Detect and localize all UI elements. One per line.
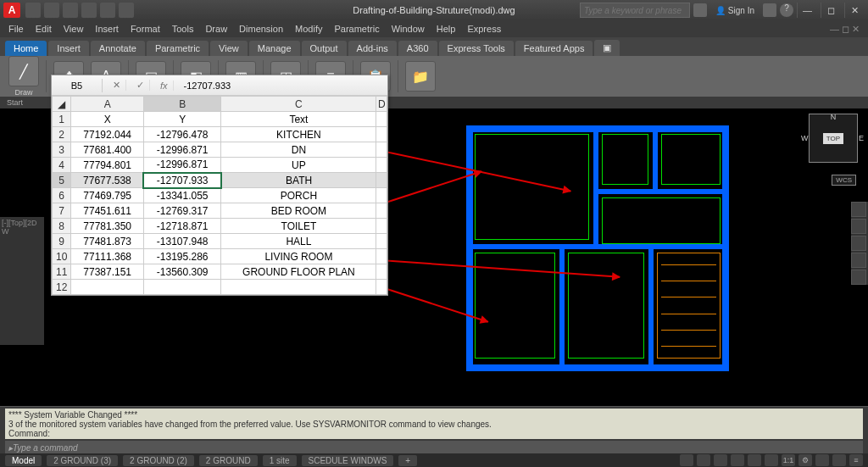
menu-dimension[interactable]: Dimension <box>239 24 283 34</box>
col-d[interactable]: D <box>376 97 387 112</box>
nav-showmotion-icon[interactable] <box>851 270 866 285</box>
settings-icon[interactable]: ⚙ <box>798 454 812 466</box>
infocenter-icon[interactable] <box>693 3 707 17</box>
base-icon[interactable]: 📁 <box>405 61 436 92</box>
cancel-icon[interactable]: ✕ <box>108 80 126 91</box>
command-window: **** System Variable Changed **** 3 of t… <box>0 406 868 453</box>
start-tab[interactable]: Start <box>7 98 23 107</box>
viewport-label: [-][Top][2D W <box>0 217 44 345</box>
menu-file[interactable]: File <box>8 24 24 34</box>
menu-express[interactable]: Express <box>467 24 501 34</box>
col-c[interactable]: C <box>221 97 376 112</box>
menu-tools[interactable]: Tools <box>172 24 194 34</box>
qat-redo-icon[interactable] <box>100 3 115 18</box>
isolate-icon[interactable] <box>815 454 829 466</box>
nav-orbit-icon[interactable] <box>851 253 866 268</box>
layout-tab[interactable]: 2 GROUND (3) <box>47 455 118 466</box>
menu-insert[interactable]: Insert <box>95 24 119 34</box>
tab-home[interactable]: Home <box>5 41 47 56</box>
nav-pan-icon[interactable] <box>851 219 866 234</box>
model-tab[interactable]: Model <box>5 455 42 466</box>
viewcube[interactable]: TOP N E W <box>809 114 858 163</box>
selected-cell[interactable]: -12707.933 <box>143 173 220 188</box>
tab-output[interactable]: Output <box>302 41 347 56</box>
tab-view[interactable]: View <box>210 41 248 56</box>
statusbar: Model 2 GROUND (3) 2 GROUND (2) 2 GROUND… <box>0 453 868 467</box>
menu-help[interactable]: Help <box>437 24 456 34</box>
select-all-corner[interactable]: ◢ <box>53 97 71 112</box>
nav-zoom-icon[interactable] <box>851 236 866 251</box>
nav-wheel-icon[interactable] <box>851 202 866 217</box>
menu-parametric[interactable]: Parametric <box>334 24 379 34</box>
viewcube-w[interactable]: W <box>801 134 809 142</box>
menu-edit[interactable]: Edit <box>36 24 52 34</box>
zoom-label[interactable]: 1:1 <box>782 454 795 466</box>
layout-tab[interactable]: SCEDULE WINDWS <box>302 455 394 466</box>
menu-collapse-icon[interactable]: — ◻ ✕ <box>830 24 860 35</box>
viewcube-n[interactable]: N <box>831 113 837 121</box>
formula-bar: B5 ✕ ✓ fx -12707.933 <box>52 75 387 96</box>
maximize-button[interactable]: ◻ <box>821 3 841 18</box>
fx-icon[interactable]: fx <box>155 81 174 91</box>
tab-more-icon[interactable]: ▣ <box>594 40 620 56</box>
header-text[interactable]: Text <box>221 112 376 127</box>
layout-tab[interactable]: 2 GROUND <box>199 455 258 466</box>
search-input[interactable] <box>580 3 690 18</box>
menu-format[interactable]: Format <box>131 24 160 34</box>
name-box[interactable]: B5 <box>52 79 103 92</box>
add-layout-button[interactable]: + <box>398 455 417 466</box>
tab-annotate[interactable]: Annotate <box>91 41 145 56</box>
wcs-label[interactable]: WCS <box>832 175 856 186</box>
menu-window[interactable]: Window <box>392 24 425 34</box>
qat-new-icon[interactable] <box>25 3 41 18</box>
ortho-toggle-icon[interactable] <box>731 454 744 466</box>
command-history: **** System Variable Changed **** 3 of t… <box>5 409 863 439</box>
app-logo-icon[interactable]: A <box>3 3 20 18</box>
model-toggle-icon[interactable] <box>680 454 693 466</box>
line-tool-icon[interactable]: ╱ <box>8 56 39 86</box>
menu-draw[interactable]: Draw <box>205 24 227 34</box>
excel-overlay: B5 ✕ ✓ fx -12707.933 ◢ A B C D 1 X Y Tex… <box>51 75 388 296</box>
floor-plan-drawing <box>449 117 746 380</box>
osnap-toggle-icon[interactable] <box>765 454 778 466</box>
col-a[interactable]: A <box>71 97 144 112</box>
spreadsheet-grid[interactable]: ◢ A B C D 1 X Y Text 277192.044-12796.47… <box>52 96 387 295</box>
command-input[interactable]: ▸ Type a command <box>5 441 863 454</box>
formula-value[interactable]: -12707.933 <box>179 81 236 91</box>
layout-tab[interactable]: 2 GROUND (2) <box>123 455 194 466</box>
tab-featured[interactable]: Featured Apps <box>515 41 593 56</box>
header-x[interactable]: X <box>71 112 144 127</box>
col-b[interactable]: B <box>143 97 220 112</box>
menu-modify[interactable]: Modify <box>295 24 322 34</box>
menubar: File Edit View Insert Format Tools Draw … <box>0 20 868 37</box>
clean-icon[interactable] <box>832 454 846 466</box>
customize-icon[interactable]: ≡ <box>849 454 863 466</box>
tab-insert[interactable]: Insert <box>48 41 89 56</box>
qat-save-icon[interactable] <box>63 3 78 18</box>
close-button[interactable]: ✕ <box>844 3 865 18</box>
tab-manage[interactable]: Manage <box>249 41 300 56</box>
qat-open-icon[interactable] <box>44 3 59 18</box>
menu-view[interactable]: View <box>64 24 84 34</box>
snap-toggle-icon[interactable] <box>714 454 727 466</box>
tab-a360[interactable]: A360 <box>398 41 437 56</box>
viewcube-top[interactable]: TOP <box>823 133 843 144</box>
exchange-icon[interactable] <box>763 3 776 17</box>
enter-icon[interactable]: ✓ <box>131 80 150 91</box>
viewcube-e[interactable]: E <box>859 134 864 142</box>
tab-addins[interactable]: Add-ins <box>348 41 397 56</box>
tab-express[interactable]: Express Tools <box>439 41 514 56</box>
nav-bar <box>851 202 868 285</box>
signin-link[interactable]: 👤 Sign In <box>715 6 754 15</box>
qat-undo-icon[interactable] <box>81 3 97 18</box>
grid-toggle-icon[interactable] <box>697 454 710 466</box>
layout-tab[interactable]: 1 site <box>263 455 297 466</box>
minimize-button[interactable]: — <box>797 3 817 18</box>
header-y[interactable]: Y <box>143 112 220 127</box>
qat-print-icon[interactable] <box>119 3 134 18</box>
tab-parametric[interactable]: Parametric <box>147 41 209 56</box>
ribbon-tabs: Home Insert Annotate Parametric View Man… <box>0 37 868 56</box>
help-icon[interactable]: ? <box>780 3 793 17</box>
polar-toggle-icon[interactable] <box>748 454 761 466</box>
document-title: Drafting-of-Building-Struture(modi).dwg <box>353 5 515 15</box>
